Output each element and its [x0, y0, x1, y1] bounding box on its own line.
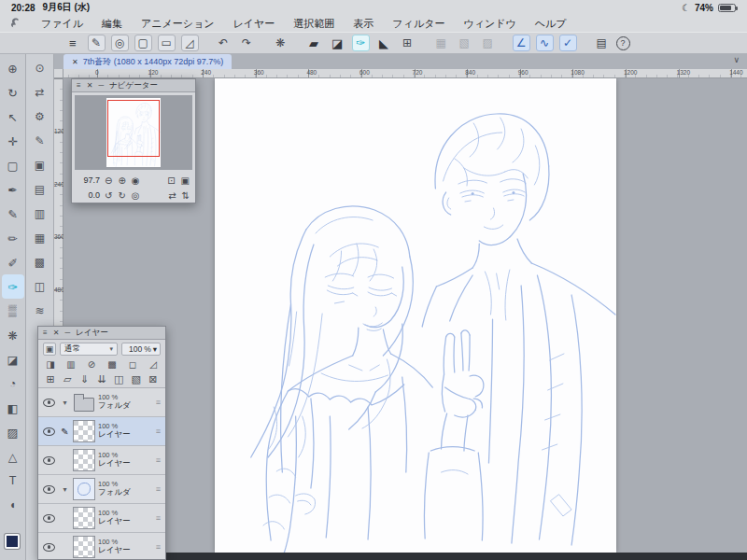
visibility-eye-icon[interactable]: [43, 514, 55, 523]
palette-minimize-icon[interactable]: ─: [98, 81, 104, 90]
layer-mark-icon[interactable]: ▾: [60, 485, 70, 494]
layer-row[interactable]: ▾ 100 % フォルダ ≡: [38, 475, 165, 504]
layer-thumbnail[interactable]: [73, 449, 95, 471]
material-panel-icon[interactable]: ▤: [28, 177, 52, 202]
visibility-eye-icon[interactable]: [43, 427, 55, 436]
fill-tool-icon[interactable]: ◣: [375, 35, 393, 51]
zoom-tool[interactable]: ⊕: [2, 56, 24, 80]
enable-mask-icon[interactable]: ◻: [127, 359, 138, 370]
drag-handle-icon[interactable]: ≡: [156, 455, 162, 465]
rotate-left-button[interactable]: ↺: [105, 190, 112, 201]
layer-thumbnail[interactable]: [73, 420, 95, 442]
drag-handle-icon[interactable]: ≡: [156, 427, 162, 436]
active-pen-tool-icon[interactable]: ✑: [352, 35, 370, 51]
pattern-panel-icon[interactable]: ▩: [28, 250, 52, 274]
edge-keyboard-icon[interactable]: ▤: [593, 35, 611, 51]
decoration-tool[interactable]: ❋: [2, 323, 24, 347]
new-layer-icon[interactable]: ⊞: [45, 373, 56, 385]
gradient-tool-icon[interactable]: ▰: [305, 35, 323, 51]
rotate-canvas-tool[interactable]: ↻: [2, 80, 24, 105]
zoom-in-button[interactable]: ⊕: [118, 175, 125, 186]
vector-pen-tool[interactable]: ✑: [2, 274, 24, 299]
actual-size-button[interactable]: ▣: [181, 175, 190, 186]
subtool-window-icon[interactable]: ◎: [111, 35, 129, 51]
modify-icon[interactable]: ✎: [28, 129, 52, 153]
ruler-layer-icon[interactable]: ◿: [148, 359, 159, 370]
clip-layer-icon[interactable]: ◨: [45, 359, 56, 370]
eraser-tool-icon[interactable]: ◪: [329, 35, 346, 51]
canvas[interactable]: [215, 78, 616, 553]
snap-grid-icon[interactable]: ✓: [559, 35, 577, 51]
palette-minimize-icon[interactable]: ─: [64, 329, 70, 337]
drag-handle-icon[interactable]: ≡: [156, 513, 162, 523]
wave-panel-icon[interactable]: ≋: [28, 299, 52, 323]
navigator-viewport-rect[interactable]: [107, 100, 160, 157]
operation-tool[interactable]: ↖: [2, 105, 24, 129]
eraser-tool[interactable]: ◪: [2, 347, 24, 371]
layer-thumbnail[interactable]: [73, 478, 95, 500]
palette-menu-icon[interactable]: ≡: [77, 81, 81, 90]
layer-title-bar[interactable]: ≡ ✕ ─ レイヤー: [38, 327, 165, 340]
figure-tool[interactable]: △: [2, 444, 24, 469]
grid-panel-icon[interactable]: ▦: [28, 226, 52, 250]
zoom-out-button[interactable]: ⊖: [105, 175, 112, 186]
layer-settings-icon[interactable]: ▧: [131, 373, 142, 385]
subview-panel-icon[interactable]: ▥: [28, 202, 52, 226]
menu-item[interactable]: ファイル: [41, 17, 83, 31]
merge-layer-icon[interactable]: ⇊: [96, 373, 107, 385]
layer-thumbnail[interactable]: [73, 536, 95, 558]
fill-tool[interactable]: ◧: [2, 396, 24, 420]
reference-layer-icon[interactable]: ▥: [65, 359, 77, 370]
layer-row[interactable]: ✎ 100 % レイヤー ≡: [38, 417, 165, 446]
blend-mode-select[interactable]: 通常 ▾: [60, 343, 118, 356]
menu-item[interactable]: ヘルプ: [535, 17, 567, 31]
pen-tool[interactable]: ✎: [2, 202, 24, 226]
text-tool[interactable]: T: [2, 469, 24, 493]
open-file-icon[interactable]: ▭: [158, 35, 176, 51]
layer-thumbnail[interactable]: [73, 507, 95, 529]
navigator-title-bar[interactable]: ≡ ✕ ─ ナビゲーター: [72, 79, 195, 92]
clip-studio-logo-icon[interactable]: [9, 17, 22, 30]
undo-icon[interactable]: ↶: [215, 35, 233, 51]
gradient-tool[interactable]: ▨: [2, 420, 24, 444]
visibility-eye-icon[interactable]: [43, 399, 55, 407]
palette-close-icon[interactable]: ✕: [87, 81, 93, 90]
drag-handle-icon[interactable]: ≡: [156, 398, 162, 407]
palette-menu-icon[interactable]: ≡: [43, 329, 48, 337]
canvas-frame-icon[interactable]: ⊞: [399, 35, 416, 51]
document-tab[interactable]: ✕ 7th蒼玲 (1080 x 1440px 72dpi 97.7%): [63, 54, 232, 69]
layer-mark-icon[interactable]: ▾: [60, 399, 70, 407]
layer-mark-icon[interactable]: ✎: [60, 427, 70, 437]
balloon-tool[interactable]: ◖: [2, 493, 24, 517]
selection-mode-3-icon[interactable]: ▨: [479, 35, 497, 51]
drag-handle-icon[interactable]: ≡: [156, 542, 162, 552]
eyedropper-tool[interactable]: ✒: [2, 177, 24, 202]
snap-ruler-icon[interactable]: ∠: [513, 35, 530, 51]
loupe-icon[interactable]: ⊙: [28, 56, 52, 80]
menu-item[interactable]: 編集: [102, 17, 122, 31]
zoom-reset-button[interactable]: ◉: [132, 175, 140, 186]
drag-handle-icon[interactable]: ≡: [156, 484, 162, 494]
tab-list-chevron-icon[interactable]: ∨: [733, 55, 740, 64]
ruler-icon[interactable]: ◿: [181, 35, 199, 51]
flip-view-icon[interactable]: ⇄: [28, 80, 52, 105]
layer-row[interactable]: 100 % レイヤー ≡: [38, 533, 165, 560]
selection-mode-2-icon[interactable]: ▧: [456, 35, 473, 51]
visibility-eye-icon[interactable]: [43, 456, 55, 465]
pencil-tool[interactable]: ✏: [2, 226, 24, 250]
visibility-eye-icon[interactable]: [43, 485, 55, 494]
redo-icon[interactable]: ↷: [238, 35, 256, 51]
selection-tool[interactable]: ▢: [2, 153, 24, 177]
main-menu-icon[interactable]: ≡: [69, 36, 77, 50]
settings-gear-icon[interactable]: ⚙: [28, 105, 52, 129]
layer-row[interactable]: ▾ 100 % フォルダ ≡: [38, 388, 165, 417]
snap-special-ruler-icon[interactable]: ∿: [536, 35, 554, 51]
flip-horizontal-button[interactable]: ⇄: [168, 190, 176, 201]
blend-mode-icon[interactable]: ▣: [43, 343, 56, 356]
layer-move-tool[interactable]: ✛: [2, 129, 24, 153]
menu-item[interactable]: アニメーション: [141, 17, 215, 31]
layer-row[interactable]: 100 % レイヤー ≡: [38, 446, 165, 475]
layer-thumbnail[interactable]: [73, 391, 95, 413]
help-icon[interactable]: ?: [616, 36, 630, 50]
airbrush-tool[interactable]: ▒: [2, 299, 24, 323]
